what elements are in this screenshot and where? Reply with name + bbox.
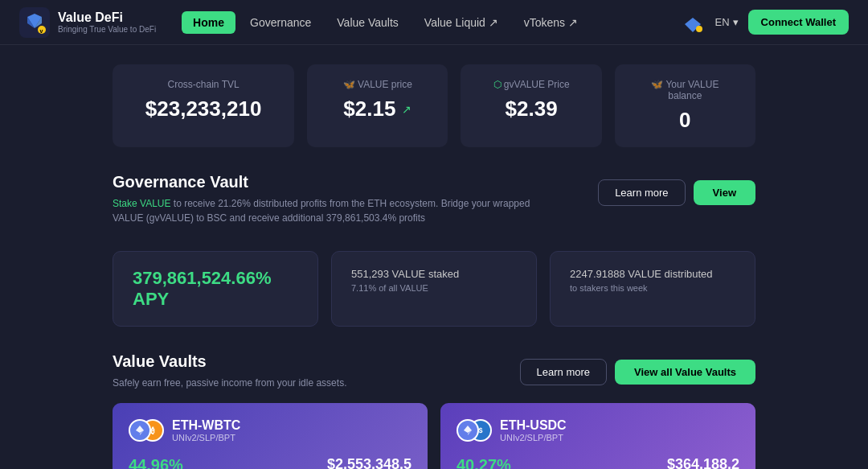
svg-text:v: v (40, 27, 43, 33)
nav-value-vaults[interactable]: Value Vaults (326, 11, 410, 34)
balance-card: 🦋 Your VALUE balance 0 (615, 64, 755, 147)
logo-icon: v (19, 7, 50, 38)
vault-eth-wbtc-apy: 44.96% (129, 456, 188, 469)
governance-learn-more-button[interactable]: Learn more (598, 179, 685, 206)
vault-eth-wbtc-stats: 44.96% APY (unstable) $2,553,348.5 Locke… (129, 456, 411, 469)
vaults-header: Value Vaults Safely earn free, passive i… (113, 352, 755, 390)
logo-subtitle: Bringing True Value to DeFi (58, 25, 156, 34)
vault-eth-wbtc-locked: $2,553,348.5 (327, 456, 411, 469)
svg-point-3 (696, 26, 702, 32)
governance-title: Governance Vault (113, 173, 563, 191)
staked-pct: 7.11% of all VALUE (351, 283, 517, 293)
value-price-label: 🦋 VALUE price (326, 79, 428, 90)
navbar: v Value DeFi Bringing True Value to DeFi… (0, 0, 868, 45)
vault-card-eth-usdc[interactable]: $ ETH-USDC UNIv2/SLP/BPT 40.27% APY (uns… (440, 403, 755, 469)
external-link-icon[interactable]: ↗ (402, 103, 411, 116)
eth-icon-2 (457, 419, 479, 442)
vault-eth-usdc-icons: $ (457, 416, 492, 445)
stats-row: Cross-chain TVL $23,233,210 🦋 VALUE pric… (113, 64, 755, 147)
connect-wallet-button[interactable]: Connect Wallet (748, 10, 849, 35)
vault-eth-usdc-stats: 40.27% APY (unstable) $364,188.2 Locked … (457, 456, 739, 469)
vault-eth-wbtc-apy-group: 44.96% APY (unstable) (129, 456, 188, 469)
vault-card-eth-wbtc[interactable]: ₿ ETH-WBTC UNIv2/SLP/BPT 44.96% APY (uns… (113, 403, 428, 469)
vault-eth-wbtc-name: ETH-WBTC (172, 418, 240, 433)
vault-eth-usdc-locked: $364,188.2 (664, 456, 739, 469)
eth-icon (129, 419, 151, 442)
vault-cards: ₿ ETH-WBTC UNIv2/SLP/BPT 44.96% APY (uns… (113, 403, 755, 469)
wing-small-icon: 🦋 (343, 79, 358, 90)
tvl-value: $23,233,210 (132, 97, 275, 121)
governance-actions: Learn more View (598, 179, 755, 206)
governance-desc: Stake VALUE to receive 21.26% distribute… (113, 196, 563, 225)
vault-eth-wbtc-header: ₿ ETH-WBTC UNIv2/SLP/BPT (129, 416, 411, 445)
vault-eth-wbtc-protocol: UNIv2/SLP/BPT (172, 433, 240, 442)
vaults-learn-more-button[interactable]: Learn more (520, 359, 607, 385)
governance-view-button[interactable]: View (694, 180, 755, 205)
governance-stats: 379,861,524.66% APY 551,293 VALUE staked… (113, 251, 755, 327)
vault-eth-wbtc-info: ETH-WBTC UNIv2/SLP/BPT (172, 418, 240, 442)
nav-right: EN ▾ Connect Wallet (680, 10, 849, 35)
apy-value: 379,861,524.66% APY (133, 268, 298, 310)
value-price-value: $2.15 (343, 97, 395, 121)
distributed-value: 2247.91888 VALUE distributed (570, 268, 735, 280)
nav-vtokens[interactable]: vTokens ↗ (513, 11, 589, 34)
vault-eth-usdc-apy: 40.27% (457, 456, 516, 469)
governance-desc-text: to receive 21.26% distributed profits fr… (113, 198, 530, 224)
nav-links: Home Governance Value Vaults Value Liqui… (182, 11, 679, 34)
vaults-desc: Safely earn free, passive income from yo… (113, 376, 346, 390)
chevron-down-icon: ▾ (733, 16, 739, 28)
gv-price-label: ⬡ gvVALUE Price (480, 79, 582, 90)
nav-governance[interactable]: Governance (239, 11, 322, 34)
main-content: Cross-chain TVL $23,233,210 🦋 VALUE pric… (0, 45, 868, 469)
governance-section: Governance Vault Stake VALUE to receive … (113, 173, 755, 235)
vaults-info: Value Vaults Safely earn free, passive i… (113, 352, 346, 390)
distributed-label: to stakers this week (570, 283, 735, 293)
staked-value: 551,293 VALUE staked (351, 268, 517, 280)
vault-eth-wbtc-locked-group: $2,553,348.5 Locked in this vault (327, 456, 411, 469)
gv-price-card: ⬡ gvVALUE Price $2.39 (461, 64, 601, 147)
tvl-card: Cross-chain TVL $23,233,210 (113, 64, 294, 147)
vault-eth-usdc-locked-group: $364,188.2 Locked in this vault (664, 456, 739, 469)
distributed-card: 2247.91888 VALUE distributed to stakers … (550, 251, 755, 327)
governance-desc-highlight: Stake VALUE (113, 198, 170, 209)
tvl-label: Cross-chain TVL (132, 79, 275, 90)
balance-value: 0 (634, 108, 736, 133)
apy-card: 379,861,524.66% APY (113, 251, 318, 327)
balance-label: 🦋 Your VALUE balance (634, 79, 736, 101)
vault-eth-usdc-protocol: UNIv2/SLP/BPT (500, 433, 567, 442)
vault-eth-wbtc-icons: ₿ (129, 416, 164, 445)
logo-title: Value DeFi (58, 10, 156, 25)
nav-home[interactable]: Home (182, 11, 235, 34)
vault-eth-usdc-apy-group: 40.27% APY (unstable) (457, 456, 516, 469)
vaults-title: Value Vaults (113, 352, 346, 371)
nav-value-liquid[interactable]: Value Liquid ↗ (413, 11, 510, 34)
vaults-actions: Learn more View all Value Vaults (520, 359, 755, 385)
logo-text: Value DeFi Bringing True Value to DeFi (58, 10, 156, 34)
governance-header: Governance Vault Stake VALUE to receive … (113, 173, 563, 225)
view-all-vaults-button[interactable]: View all Value Vaults (615, 360, 755, 385)
wing-icon (680, 10, 706, 35)
gv-price-value: $2.39 (480, 97, 582, 121)
value-price-card: 🦋 VALUE price $2.15 ↗ (307, 64, 448, 147)
staked-card: 551,293 VALUE staked 7.11% of all VALUE (331, 251, 537, 327)
vault-eth-usdc-header: $ ETH-USDC UNIv2/SLP/BPT (457, 416, 739, 445)
language-selector[interactable]: EN ▾ (715, 16, 739, 28)
vault-eth-usdc-info: ETH-USDC UNIv2/SLP/BPT (500, 418, 567, 442)
vault-eth-usdc-name: ETH-USDC (500, 418, 567, 433)
logo: v Value DeFi Bringing True Value to DeFi (19, 7, 156, 38)
